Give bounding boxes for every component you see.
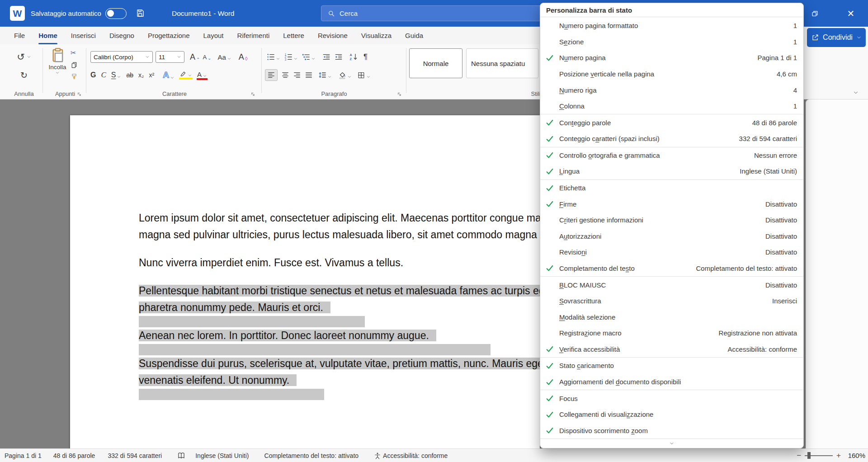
menu-item[interactable]: LinguaInglese (Stati Uniti) xyxy=(540,163,803,179)
zoom-slider-handle[interactable] xyxy=(807,452,811,459)
status-text-completion[interactable]: Completamento del testo: attivato xyxy=(264,452,359,459)
menu-item[interactable]: Conteggio parole48 di 86 parole xyxy=(540,114,803,131)
tab-lettere[interactable]: Lettere xyxy=(276,27,311,44)
menu-item[interactable]: Colonna1 xyxy=(540,98,803,114)
status-page-number[interactable]: Pagina 1 di 1 xyxy=(5,452,42,459)
document-scrollbar-panel[interactable] xyxy=(806,99,868,448)
bullets-button[interactable] xyxy=(267,53,280,61)
text-effects-button[interactable]: A xyxy=(163,70,175,80)
menu-item[interactable]: AutorizzazioniDisattivato xyxy=(540,228,803,245)
menu-item[interactable]: Criteri gestione informazioniDisattivato xyxy=(540,212,803,228)
format-painter-icon[interactable] xyxy=(71,73,78,80)
save-icon[interactable] xyxy=(136,9,145,18)
zoom-in-button[interactable]: + xyxy=(836,451,841,460)
sort-button[interactable] xyxy=(349,53,358,61)
menu-item[interactable]: Numero pagina formattato1 xyxy=(540,18,803,34)
copy-icon[interactable] xyxy=(71,61,78,69)
tab-inserisci[interactable]: Inserisci xyxy=(64,27,103,44)
status-language[interactable]: Inglese (Stati Uniti) xyxy=(195,452,249,459)
status-accessibility[interactable]: Accessibilità: conforme xyxy=(383,452,448,459)
change-case-button[interactable]: Aa xyxy=(217,53,231,61)
paragraph-dialog-launcher-icon[interactable] xyxy=(397,92,402,97)
menu-item[interactable]: Numero paginaPagina 1 di 1 xyxy=(540,50,803,66)
menu-item[interactable]: BLOC MAIUSCDisattivato xyxy=(540,277,803,293)
align-justify-button[interactable] xyxy=(305,71,313,79)
strikethrough-button[interactable]: ab xyxy=(126,71,133,79)
zoom-out-button[interactable]: − xyxy=(797,451,801,460)
shading-button[interactable] xyxy=(338,71,352,79)
line-spacing-button[interactable] xyxy=(318,71,332,79)
menu-item[interactable]: Verifica accessibilitàAccessibilità: con… xyxy=(540,341,803,358)
align-right-button[interactable] xyxy=(293,71,301,79)
grow-font-button[interactable]: A⌃ xyxy=(190,52,200,62)
menu-item[interactable]: Posizione verticale nella pagina4,6 cm xyxy=(540,66,803,82)
tab-layout[interactable]: Layout xyxy=(197,27,231,44)
style-normal-card[interactable]: Normale xyxy=(409,48,462,78)
decrease-indent-button[interactable] xyxy=(322,53,330,61)
menu-item[interactable]: Modalità selezione xyxy=(540,309,803,325)
proofing-book-icon[interactable] xyxy=(177,452,185,460)
menu-item[interactable]: RevisioniDisattivato xyxy=(540,244,803,260)
menu-scroll-down-button[interactable] xyxy=(540,438,803,448)
menu-item[interactable]: Stato caricamento xyxy=(540,358,803,374)
font-dialog-launcher-icon[interactable] xyxy=(250,92,256,97)
increase-indent-button[interactable] xyxy=(335,53,343,61)
redo-icon[interactable]: ↻ xyxy=(20,70,28,80)
ribbon-collapse-chevron[interactable] xyxy=(853,90,859,96)
menu-item[interactable]: Controllo ortografia e grammaticaNessun … xyxy=(540,147,803,164)
multilevel-list-button[interactable] xyxy=(302,53,316,61)
borders-button[interactable] xyxy=(357,71,371,79)
show-paragraph-marks-button[interactable]: ¶ xyxy=(363,52,368,61)
status-word-count[interactable]: 48 di 86 parole xyxy=(53,452,95,459)
menu-item[interactable]: Collegamenti di visualizzazione xyxy=(540,406,803,423)
bold-button[interactable]: G xyxy=(90,71,96,79)
clear-formatting-button[interactable]: A◊ xyxy=(239,52,248,62)
italic-button[interactable]: C xyxy=(101,71,106,80)
chevron-down-icon[interactable] xyxy=(27,55,31,59)
numbering-button[interactable] xyxy=(284,53,298,61)
menu-item[interactable]: Conteggio caratteri (spazi inclusi)332 d… xyxy=(540,131,803,147)
menu-item[interactable]: Sezione1 xyxy=(540,34,803,50)
search-input[interactable]: Cerca xyxy=(321,5,542,21)
tab-disegno[interactable]: Disegno xyxy=(103,27,141,44)
menu-item[interactable]: SovrascritturaInserisci xyxy=(540,293,803,309)
tab-progettazione[interactable]: Progettazione xyxy=(141,27,197,44)
shrink-font-button[interactable]: A⌄ xyxy=(203,54,211,61)
subscript-button[interactable]: x₂ xyxy=(138,71,144,79)
share-button[interactable]: Condividi xyxy=(807,28,866,47)
status-char-count[interactable]: 332 di 594 caratteri xyxy=(108,452,162,459)
highlight-color-button[interactable] xyxy=(179,71,192,80)
font-color-button[interactable]: A xyxy=(197,71,207,80)
tab-guida[interactable]: Guida xyxy=(398,27,430,44)
align-left-button[interactable] xyxy=(265,69,278,81)
tab-file[interactable]: File xyxy=(7,27,32,44)
zoom-level[interactable]: 160% xyxy=(844,452,865,459)
superscript-button[interactable]: x² xyxy=(149,71,154,79)
word-app-icon[interactable]: W xyxy=(10,6,25,21)
menu-item[interactable]: Completamento del testoCompletamento del… xyxy=(540,260,803,277)
menu-item[interactable]: Registrazione macroRegistrazione non att… xyxy=(540,325,803,341)
align-center-button[interactable] xyxy=(281,71,289,79)
paste-button[interactable]: Incolla xyxy=(45,47,70,75)
zoom-slider[interactable] xyxy=(805,455,833,456)
autosave-toggle[interactable] xyxy=(105,8,127,19)
menu-item[interactable]: FirmeDisattivato xyxy=(540,196,803,212)
menu-item[interactable]: Focus xyxy=(540,390,803,406)
font-size-select[interactable]: 11 xyxy=(156,51,184,63)
document-page[interactable]: Lorem ipsum dolor sit amet, consectetuer… xyxy=(70,115,540,448)
font-name-select[interactable]: Calibri (Corpo) xyxy=(90,51,153,63)
restore-window-button[interactable] xyxy=(804,0,826,27)
undo-icon[interactable]: ↺ xyxy=(17,52,25,62)
cut-icon[interactable]: ✂ xyxy=(71,49,78,57)
tab-home[interactable]: Home xyxy=(32,27,64,44)
tab-riferimenti[interactable]: Riferimenti xyxy=(231,27,277,44)
menu-item[interactable]: Etichetta xyxy=(540,180,803,196)
underline-button[interactable]: S xyxy=(111,71,122,79)
close-window-button[interactable]: ✕ xyxy=(840,0,862,27)
style-no-spacing-card[interactable]: Nessuna spaziatu xyxy=(466,48,538,78)
tab-revisione[interactable]: Revisione xyxy=(311,27,354,44)
menu-item[interactable]: Dispositivo scorrimento zoom xyxy=(540,422,803,438)
menu-item[interactable]: Aggiornamenti del documento disponibili xyxy=(540,374,803,390)
clipboard-dialog-launcher-icon[interactable] xyxy=(77,92,82,97)
menu-item[interactable]: Numero riga4 xyxy=(540,82,803,98)
